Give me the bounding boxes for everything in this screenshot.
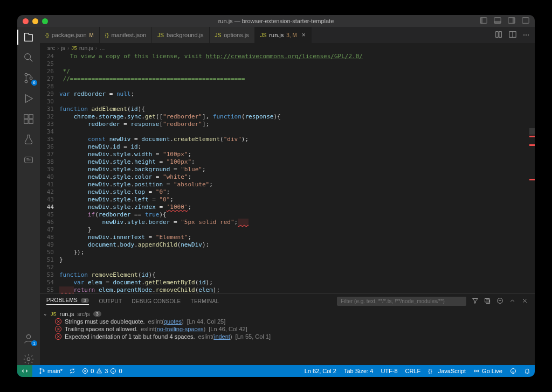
- go-live-button[interactable]: Go Live: [473, 368, 502, 374]
- git-branch-indicator[interactable]: main*: [39, 368, 63, 374]
- sync-changes-button[interactable]: [69, 368, 75, 374]
- more-actions-icon[interactable]: ⋯: [523, 31, 529, 39]
- problems-file-group[interactable]: ⌄ JS run.js src/js 3: [43, 310, 529, 318]
- problem-message: Strings must use doublequote.: [65, 318, 145, 325]
- run-debug-icon[interactable]: [23, 93, 34, 104]
- maximize-panel-icon[interactable]: [509, 297, 516, 305]
- toggle-secondary-sidebar-icon[interactable]: [508, 17, 515, 26]
- error-severity-icon: ✕: [55, 326, 61, 332]
- problem-rule-link[interactable]: indent: [214, 333, 230, 340]
- remote-indicator[interactable]: [17, 365, 32, 377]
- activity-bar: 6 1: [17, 27, 40, 365]
- clear-icon[interactable]: [496, 297, 503, 305]
- problem-message: Expected indentation of 1 tab but found …: [65, 333, 195, 340]
- language-mode[interactable]: {} JavaScript: [428, 368, 466, 374]
- panel-tabs: PROBLEMS 3 OUTPUT DEBUG CONSOLE TERMINAL: [40, 294, 535, 308]
- close-window-button[interactable]: [23, 18, 29, 24]
- search-icon[interactable]: [23, 52, 34, 64]
- problems-filter-input[interactable]: [337, 297, 466, 306]
- compare-changes-icon[interactable]: [495, 31, 502, 40]
- minimize-window-button[interactable]: [32, 18, 38, 24]
- indent-indicator[interactable]: Tab Size: 4: [344, 368, 373, 374]
- minimap-error-mark[interactable]: [529, 144, 535, 146]
- svg-rect-6: [522, 17, 529, 23]
- debug-console-tab[interactable]: DEBUG CONSOLE: [132, 298, 181, 304]
- problems-file-count: 3: [93, 311, 101, 317]
- svg-point-25: [43, 370, 44, 372]
- tab-manifest-json[interactable]: {} manifest.json: [100, 27, 153, 43]
- svg-rect-14: [29, 120, 33, 123]
- minimap[interactable]: [529, 53, 535, 293]
- problem-rule-link[interactable]: quotes: [164, 318, 182, 325]
- svg-rect-5: [513, 17, 515, 23]
- breadcrumb-item[interactable]: src: [47, 45, 55, 51]
- breadcrumb-item[interactable]: js: [61, 45, 66, 51]
- source-control-icon[interactable]: 6: [23, 72, 34, 84]
- window-controls: [23, 18, 48, 24]
- graphql-icon[interactable]: [23, 154, 34, 166]
- tab-background-js[interactable]: JS background.js: [152, 27, 209, 43]
- close-tab-icon[interactable]: ×: [302, 31, 306, 39]
- breadcrumbs[interactable]: src› js› JS run.js› …: [40, 43, 535, 53]
- problems-tab[interactable]: PROBLEMS 3: [46, 297, 89, 305]
- problem-location: [Ln 46, Col 42]: [209, 326, 247, 332]
- status-bar: main* 0 3 0 Ln 62, Col 2 Tab Size: 4 UTF…: [17, 365, 535, 377]
- customize-layout-icon[interactable]: [522, 17, 529, 26]
- problem-item[interactable]: ✕ Expected indentation of 1 tab but foun…: [43, 333, 529, 340]
- eol-indicator[interactable]: CRLF: [405, 368, 421, 374]
- minimap-error-mark[interactable]: [529, 179, 535, 180]
- svg-point-9: [25, 80, 27, 83]
- extensions-icon[interactable]: [23, 113, 34, 125]
- problem-rule-link[interactable]: no-trailing-spaces: [157, 326, 204, 332]
- tab-problems-indicator: 3, M: [286, 32, 296, 38]
- js-file-icon: JS: [72, 45, 78, 51]
- accounts-icon[interactable]: 1: [23, 333, 34, 345]
- svg-point-16: [26, 335, 30, 339]
- error-severity-icon: ✕: [55, 318, 61, 325]
- problem-message: Trailing spaces not allowed.: [65, 326, 137, 332]
- minimap-error-mark[interactable]: [529, 136, 535, 137]
- minimap-slider[interactable]: [529, 128, 535, 135]
- tab-actions: ⋯: [489, 27, 535, 43]
- window-title: run.js — browser-extension-starter-templ…: [17, 18, 535, 24]
- testing-icon[interactable]: [23, 134, 34, 145]
- code-content[interactable]: To view a copy of this license, visit ht…: [59, 53, 535, 293]
- output-tab[interactable]: OUTPUT: [99, 298, 122, 304]
- error-severity-icon: ✕: [55, 333, 61, 340]
- problem-item[interactable]: ✕ Trailing spaces not allowed. eslint(no…: [43, 325, 529, 333]
- svg-rect-13: [24, 120, 28, 123]
- breadcrumb-item[interactable]: …: [99, 45, 105, 51]
- filter-icon[interactable]: [472, 297, 479, 305]
- code-editor[interactable]: 2425262728293031323334353637383940414243…: [40, 53, 535, 293]
- svg-rect-3: [494, 20, 501, 23]
- problem-location: [Ln 55, Col 1]: [236, 333, 271, 340]
- tab-run-js[interactable]: JS run.js 3, M ×: [255, 27, 312, 43]
- problems-count-badge: 3: [81, 298, 89, 303]
- chevron-down-icon[interactable]: ⌄: [43, 311, 47, 317]
- tab-label: background.js: [167, 32, 204, 38]
- split-editor-icon[interactable]: [509, 31, 516, 40]
- toggle-panel-icon[interactable]: [494, 17, 501, 26]
- feedback-icon[interactable]: [510, 368, 516, 374]
- encoding-indicator[interactable]: UTF-8: [381, 368, 397, 374]
- explorer-icon[interactable]: [23, 31, 34, 43]
- terminal-tab[interactable]: TERMINAL: [190, 298, 219, 304]
- toggle-primary-sidebar-icon[interactable]: [480, 17, 487, 26]
- svg-rect-11: [24, 115, 28, 118]
- svg-rect-18: [496, 31, 498, 37]
- editor-tabs: {} package.json M {} manifest.json JS ba…: [40, 27, 535, 43]
- js-file-icon: JS: [157, 32, 164, 38]
- collapse-all-icon[interactable]: [484, 297, 491, 305]
- breadcrumb-item[interactable]: run.js: [79, 45, 93, 51]
- maximize-window-button[interactable]: [42, 18, 48, 24]
- settings-gear-icon[interactable]: [23, 353, 34, 365]
- close-panel-icon[interactable]: [521, 297, 528, 305]
- diagnostics-indicator[interactable]: 0 3 0: [82, 368, 122, 374]
- problem-item[interactable]: ✕ Strings must use doublequote. eslint(q…: [43, 318, 529, 325]
- svg-point-8: [25, 73, 27, 76]
- scm-badge: 6: [31, 80, 37, 86]
- tab-options-js[interactable]: JS options.js: [210, 27, 255, 43]
- cursor-position[interactable]: Ln 62, Col 2: [305, 368, 336, 374]
- tab-package-json[interactable]: {} package.json M: [40, 27, 100, 43]
- notifications-icon[interactable]: [524, 368, 530, 374]
